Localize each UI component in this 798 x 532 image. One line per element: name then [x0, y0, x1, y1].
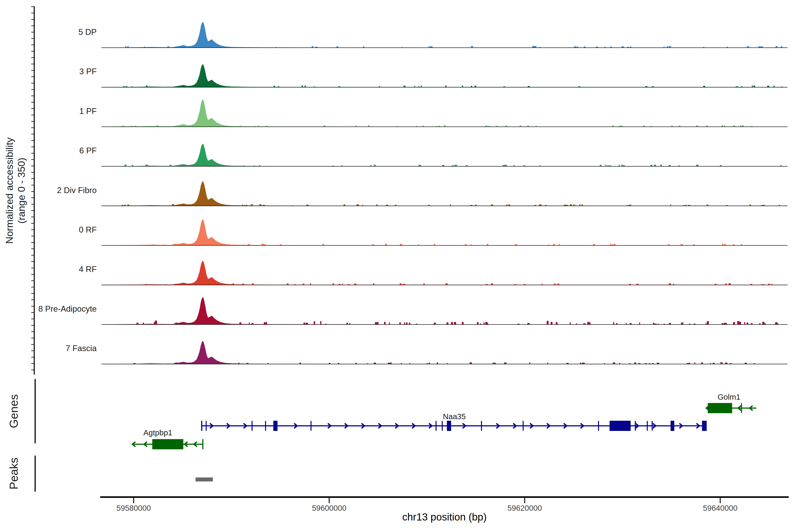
noise-blip — [529, 362, 530, 364]
noise-blip — [302, 86, 303, 87]
noise-blip — [323, 244, 324, 245]
noise-blip — [400, 283, 402, 285]
y-bracket-tick — [31, 44, 34, 45]
gene-label-agtpbp1: Agtpbp1 — [144, 428, 172, 437]
noise-blip — [346, 323, 348, 324]
noise-blip — [384, 322, 386, 324]
y-bracket-tick — [31, 185, 34, 186]
x-axis-tick — [524, 497, 525, 503]
noise-blip — [446, 323, 449, 324]
noise-blip — [487, 244, 488, 245]
x-axis-tick — [133, 497, 134, 503]
y-bracket-tick — [31, 255, 34, 255]
x-axis-tick — [329, 497, 330, 503]
noise-blip — [491, 204, 493, 206]
gene-label-golm1: Golm1 — [718, 393, 740, 401]
noise-blip — [155, 321, 157, 324]
noise-blip — [252, 283, 253, 285]
noise-blip — [776, 46, 778, 48]
noise-blip — [613, 362, 615, 364]
track-label-7-fascia: 7 Fascia — [65, 344, 97, 353]
noise-blip — [493, 363, 494, 364]
noise-blip — [622, 165, 623, 166]
noise-blip — [724, 323, 726, 324]
noise-blip — [722, 125, 723, 127]
noise-blip — [451, 322, 453, 324]
y-bracket-tick — [31, 19, 34, 20]
track-row-0-rf: 0 RF — [79, 220, 787, 246]
y-bracket-tick — [31, 204, 34, 205]
track-row-8-pre-adipocyte: 8 Pre-Adipocyte — [38, 298, 787, 325]
noise-blip — [470, 362, 472, 364]
noise-blip — [310, 283, 311, 285]
noise-blip — [445, 283, 448, 285]
y-bracket-tick — [31, 96, 34, 96]
noise-blip — [733, 322, 735, 324]
track-baseline — [101, 166, 787, 167]
y-bracket-tick — [31, 300, 34, 300]
noise-blip — [724, 125, 725, 127]
track-label-6-pf: 6 PF — [79, 146, 97, 155]
noise-blip — [701, 362, 703, 364]
gene-exon-tick — [265, 421, 266, 431]
y-bracket-tick — [31, 242, 34, 243]
track-baseline — [101, 324, 787, 325]
noise-blip — [434, 323, 436, 324]
gene-exon-tick — [481, 421, 482, 431]
noise-blip — [444, 125, 446, 127]
y-axis-title-line1: Normalized accessibility — [4, 137, 15, 244]
gene-start-bar — [201, 421, 202, 431]
gene-golm1: Golm1 — [706, 393, 756, 413]
y-bracket-tick — [31, 166, 34, 166]
y-axis-title-line2: (range 0 - 350) — [16, 158, 27, 224]
noise-blip — [532, 46, 534, 48]
noise-blip — [404, 86, 405, 87]
noise-blip — [491, 283, 493, 285]
y-bracket-tick — [31, 83, 34, 83]
y-bracket-tick — [31, 159, 34, 160]
y-bracket-tick — [31, 236, 34, 236]
noise-blip — [172, 204, 174, 206]
gene-exon-tick — [310, 421, 312, 431]
noise-blip — [264, 322, 266, 324]
y-bracket-tick — [31, 363, 34, 364]
track-row-5-dp: 5 DP — [78, 22, 787, 48]
y-bracket-tick — [31, 51, 34, 52]
noise-blip — [654, 165, 656, 166]
y-axis-area: Normalized accessibility (range 0 - 350) — [4, 6, 35, 375]
y-bracket-tick — [31, 287, 34, 287]
noise-blip — [605, 165, 607, 166]
track-label-2-div-fibro: 2 Div Fibro — [57, 186, 97, 195]
gene-exon-tick — [436, 421, 437, 431]
noise-blip — [437, 362, 438, 364]
noise-blip — [146, 165, 148, 167]
noise-blip — [556, 323, 557, 324]
y-bracket-tick — [31, 325, 34, 326]
y-bracket-tick — [31, 293, 34, 294]
gene-exon-box — [670, 421, 674, 431]
gene-exon-box — [702, 421, 707, 431]
track-baseline — [101, 48, 787, 48]
track-label-1-pf: 1 PF — [79, 107, 97, 116]
gene-exon-box — [610, 421, 631, 431]
noise-blip — [306, 323, 308, 324]
y-bracket-tick — [31, 210, 34, 211]
noise-blip — [375, 322, 376, 324]
noise-blip — [125, 46, 126, 48]
noise-blip — [754, 86, 755, 87]
noise-blip — [720, 362, 723, 364]
y-bracket-tick — [31, 70, 34, 71]
track-label-0-rf: 0 RF — [79, 225, 97, 234]
noise-blip — [357, 204, 359, 206]
track-row-1-pf: 1 PF — [79, 100, 787, 127]
track-baseline — [101, 245, 787, 246]
noise-blip — [399, 322, 401, 324]
noise-blip — [752, 86, 753, 87]
noise-blip — [722, 244, 723, 246]
y-bracket-tick — [31, 102, 34, 102]
y-bracket-tick — [31, 32, 34, 33]
noise-blip — [558, 244, 560, 245]
y-bracket-tick — [31, 64, 34, 64]
noise-blip — [462, 322, 464, 324]
noise-blip — [259, 204, 261, 206]
